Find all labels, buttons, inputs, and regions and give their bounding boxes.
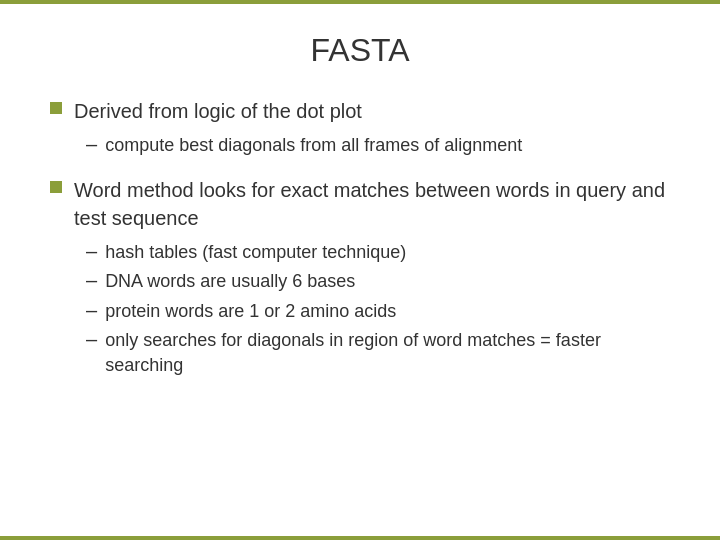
bullet-text-2: Word method looks for exact matches betw…	[74, 176, 670, 232]
bullet-text-1: Derived from logic of the dot plot	[74, 97, 362, 125]
main-content: FASTA Derived from logic of the dot plot…	[0, 4, 720, 536]
sub-bullet-item-2-1: – hash tables (fast computer technique)	[86, 240, 670, 265]
bottom-border	[0, 536, 720, 540]
bullet-item-1: Derived from logic of the dot plot	[50, 97, 670, 125]
sub-text-2-3: protein words are 1 or 2 amino acids	[105, 299, 396, 324]
bullet-section-2: Word method looks for exact matches betw…	[50, 176, 670, 382]
bullet-square-2	[50, 181, 62, 193]
bullet-item-2: Word method looks for exact matches betw…	[50, 176, 670, 232]
bullet-section-1: Derived from logic of the dot plot – com…	[50, 97, 670, 162]
sub-dash-2-4: –	[86, 328, 97, 351]
sub-dash-1-1: –	[86, 133, 97, 156]
bullet-square-1	[50, 102, 62, 114]
page-title: FASTA	[50, 32, 670, 69]
sub-dash-2-3: –	[86, 299, 97, 322]
sub-bullet-item-2-2: – DNA words are usually 6 bases	[86, 269, 670, 294]
sub-bullets-2: – hash tables (fast computer technique) …	[86, 240, 670, 378]
sub-bullet-item-2-3: – protein words are 1 or 2 amino acids	[86, 299, 670, 324]
sub-bullets-1: – compute best diagonals from all frames…	[86, 133, 670, 158]
sub-dash-2-2: –	[86, 269, 97, 292]
sub-text-2-4: only searches for diagonals in region of…	[105, 328, 670, 378]
sub-text-2-1: hash tables (fast computer technique)	[105, 240, 406, 265]
sub-text-2-2: DNA words are usually 6 bases	[105, 269, 355, 294]
sub-text-1-1: compute best diagonals from all frames o…	[105, 133, 522, 158]
sub-bullet-item-2-4: – only searches for diagonals in region …	[86, 328, 670, 378]
sub-dash-2-1: –	[86, 240, 97, 263]
sub-bullet-item-1-1: – compute best diagonals from all frames…	[86, 133, 670, 158]
